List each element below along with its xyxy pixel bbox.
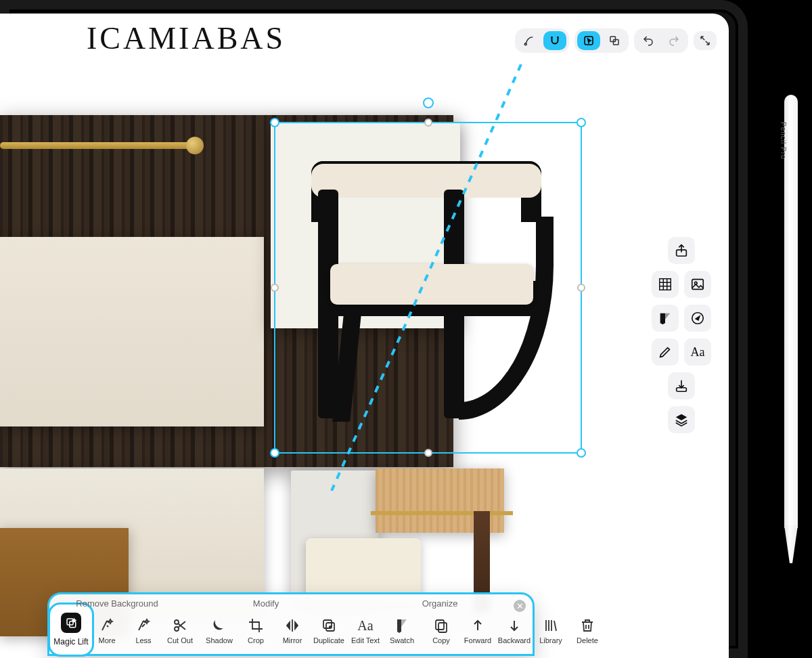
magic-lift-label: Magic Lift [53, 637, 88, 646]
pencil-label: Pencil Pro [780, 122, 787, 160]
brass-rod-object[interactable] [0, 142, 189, 149]
svg-rect-18 [438, 623, 447, 632]
toolbar-close-button[interactable]: ✕ [514, 600, 526, 612]
swatch-panel-button[interactable] [652, 305, 679, 332]
cream-tile-swatch-1[interactable] [0, 237, 264, 426]
magic-lift-button[interactable]: Magic Lift [48, 602, 94, 657]
header-modify: Modify [185, 598, 347, 611]
more-tool[interactable]: More [89, 617, 125, 644]
magic-lift-icon [61, 613, 81, 633]
resize-handle-l[interactable] [271, 284, 279, 292]
ipad-frame: ICAMIABAS [0, 0, 748, 658]
import-button[interactable] [668, 372, 695, 399]
resize-handle-r[interactable] [577, 284, 585, 292]
crop-tool[interactable]: Crop [238, 617, 274, 644]
forward-tool[interactable]: Forward [459, 617, 496, 644]
layers-button[interactable] [668, 406, 695, 433]
copy-tool[interactable]: Copy [423, 617, 459, 644]
resize-handle-bl[interactable] [270, 448, 279, 458]
brass-knob-object[interactable] [186, 137, 204, 154]
selection-bounding-box[interactable] [274, 122, 582, 454]
swatch-tool[interactable]: Swatch [384, 617, 420, 644]
less-tool[interactable]: Less [125, 617, 162, 644]
grid-button[interactable] [652, 271, 679, 298]
duplicate-tool[interactable]: Duplicate [311, 617, 347, 644]
app-screen: ICAMIABAS [0, 14, 729, 658]
cutout-tool[interactable]: Cut Out [162, 617, 198, 644]
edittext-tool[interactable]: AaEdit Text [347, 618, 384, 644]
resize-handle-b[interactable] [424, 449, 432, 457]
toolbar-tools: More Less Cut Out Shadow Crop Mirror Dup… [89, 612, 526, 650]
header-remove-bg: Remove Background [49, 598, 185, 611]
library-tool[interactable]: Library [533, 617, 569, 644]
header-organize: Organize [347, 598, 533, 611]
delete-tool[interactable]: Delete [569, 617, 606, 644]
resize-handle-tr[interactable] [577, 118, 586, 127]
svg-rect-17 [436, 620, 444, 630]
draw-button[interactable] [652, 338, 679, 366]
context-toolbar: Magic Lift Remove Background Modify Orga… [47, 592, 535, 656]
rotate-handle[interactable] [423, 97, 434, 108]
svg-rect-7 [692, 280, 704, 290]
apple-pencil: Pencil Pro [781, 95, 801, 569]
lamp-bar-object[interactable] [371, 511, 513, 515]
backward-tool[interactable]: Backward [496, 617, 533, 644]
side-panel: Aa [648, 237, 715, 433]
shadow-tool[interactable]: Shadow [201, 617, 238, 644]
resize-handle-tl[interactable] [270, 118, 279, 127]
mirror-tool[interactable]: Mirror [274, 617, 311, 644]
compass-button[interactable] [684, 305, 711, 332]
share-button[interactable] [668, 237, 695, 264]
resize-handle-br[interactable] [577, 448, 586, 458]
resize-handle-t[interactable] [424, 118, 432, 127]
image-button[interactable] [684, 271, 711, 298]
toolbar-headers: Remove Background Modify Organize [49, 598, 533, 611]
svg-rect-6 [660, 279, 671, 290]
canvas-area[interactable] [0, 14, 729, 658]
text-style-button[interactable]: Aa [684, 338, 711, 366]
